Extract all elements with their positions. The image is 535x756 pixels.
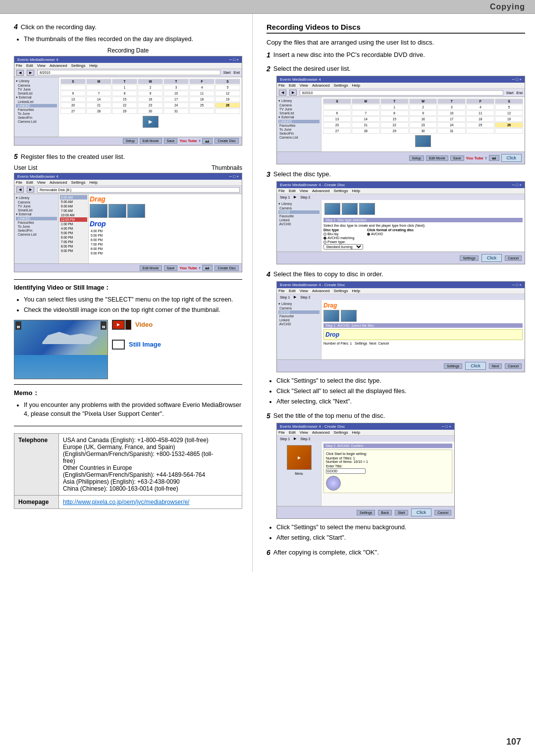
disc-step-1-label: Step 1 Disc type selection bbox=[323, 218, 523, 222]
step-5-number: 5 bbox=[14, 152, 18, 160]
step4-navigator: Step 1 ▶ Step 2 bbox=[277, 294, 525, 300]
drop-label-left: Drop bbox=[90, 220, 106, 228]
section-intro: Copy the files that are arranged using t… bbox=[267, 39, 525, 46]
step-4-bullet-1: The thumbnails of the files recorded on … bbox=[24, 35, 242, 44]
film-strip-right bbox=[125, 320, 131, 330]
step4-bullet-2: Click "Select all" to select all the dis… bbox=[276, 387, 525, 396]
ss-right-2: 4:00 AM 5:00 AM 6:00 AM 7:00 AM 10:00 AM… bbox=[59, 194, 242, 263]
step5-screenshot-container: Everio MediaBrowser 4 - Create Disc ─ □ … bbox=[276, 423, 525, 519]
identifying-bullets: You can select files using the "SELECT" … bbox=[24, 295, 242, 315]
still-icon bbox=[112, 340, 125, 350]
step-4-number: 4 bbox=[14, 23, 18, 31]
user-list-label: User List bbox=[14, 164, 37, 171]
right-step-1-number: 1 bbox=[267, 51, 270, 59]
ss2-footer: Setup Edit Movie Save You Tube f 📷 Click bbox=[277, 151, 525, 164]
disc-type-select[interactable]: Standard burning bbox=[323, 244, 363, 250]
right-step-3: 3 Select the disc type. Everio MediaBrow… bbox=[267, 170, 525, 264]
cal-thumb: ▶ bbox=[60, 116, 240, 128]
step-4-bullets: The thumbnails of the files recorded on … bbox=[24, 35, 242, 44]
right-step-2: 2 Select the desired user list. Everio M… bbox=[267, 65, 525, 164]
step5-bullet-2: After setting, click "Start". bbox=[276, 533, 525, 543]
drag-label-right: Drag bbox=[323, 302, 337, 309]
step-4-block: 4 Click on the recording day. The thumbn… bbox=[14, 23, 242, 146]
step4-title-bar: Everio MediaBrowser 4 - Create Disc ─ □ … bbox=[277, 282, 525, 288]
right-step-2-number: 2 bbox=[267, 65, 270, 73]
identifying-section: Identifying Video or Still Image： You ca… bbox=[14, 279, 242, 379]
video-label: Video bbox=[135, 321, 153, 328]
still-label: Still Image bbox=[129, 341, 161, 348]
player-type-col: Click format of creating disc AVCHD bbox=[367, 228, 414, 250]
cal-header: S M T W T F S 1 2 3 bbox=[60, 79, 240, 114]
step-4-text: Click on the recording day. bbox=[21, 23, 97, 32]
right-step-5: 5 Set the title of the top menu of the d… bbox=[267, 412, 525, 543]
step4-sidebar: ▾ Library Camera GOOD Favourite Linked A… bbox=[277, 300, 321, 359]
time-list: 4:00 AM 5:00 AM 6:00 AM 7:00 AM 10:00 AM… bbox=[59, 194, 89, 263]
step4-bullet-1: Click "Settings" to select the disc type… bbox=[276, 376, 525, 386]
step5-confirm-body: Click Start to begin writing: Number of … bbox=[323, 450, 452, 493]
ss2-right: S M T W T F S 12345 6789101112 1314151 bbox=[321, 97, 525, 151]
step4-sub-bullets: Click "Settings" to select the disc type… bbox=[276, 376, 525, 406]
step3-right: Step 1 Disc type selection Select the di… bbox=[321, 200, 525, 252]
step5-title-bar: Everio MediaBrowser 4 - Create Disc ─ □ … bbox=[277, 423, 454, 430]
right-step-4-text: Select the files to copy to disc in orde… bbox=[273, 270, 383, 278]
step5-click-button[interactable]: Click bbox=[411, 508, 432, 516]
right-step-4-number: 4 bbox=[267, 270, 270, 278]
step5-sidebar: ▶ Menu bbox=[277, 442, 321, 506]
step-5-header: 5 Register files to the created user lis… bbox=[14, 152, 242, 161]
sample-photo: ▮▮ ▮▮ bbox=[14, 320, 108, 379]
page-container: Copying 4 Click on the recording day. Th… bbox=[0, 0, 535, 756]
step-4-header: 4 Click on the recording day. bbox=[14, 23, 242, 32]
step3-sidebar: ▾ Library Camera GOOD Favourite Linked A… bbox=[277, 200, 321, 252]
step3-screenshot: Everio MediaBrowser 4 - Create Disc ─ □ … bbox=[276, 181, 525, 264]
recording-date-screenshot: Everio MediaBrowser 4 ─ □ × File Edit Vi… bbox=[14, 56, 242, 146]
step-5-col-labels: User List Thumbnails bbox=[14, 164, 242, 171]
step5-menu: File Edit View Advanced Settings Help bbox=[277, 430, 454, 436]
memo-bullet: If you encounter any problems with the p… bbox=[24, 401, 242, 419]
right-step-2-text: Select the desired user list. bbox=[273, 65, 351, 72]
ss-footer-2: Edit Movie Save You Tube f 📷 Create Disc bbox=[14, 263, 242, 272]
left-column: 4 Click on the recording day. The thumbn… bbox=[0, 14, 253, 572]
video-icon: ▶ bbox=[112, 320, 125, 330]
step3-footer: Settings Click Cancel bbox=[277, 252, 525, 264]
step2-click-button[interactable]: Click bbox=[501, 154, 522, 162]
step3-title-bar: Everio MediaBrowser 4 - Create Disc ─ □ … bbox=[277, 182, 525, 188]
ss2-thumb bbox=[415, 135, 431, 147]
identifying-title: Identifying Video or Still Image： bbox=[14, 284, 242, 292]
video-icon-group: ▶ Video bbox=[112, 320, 161, 330]
ss2-toolbar: ◀ ▶ 8/2010 Start End bbox=[277, 89, 525, 97]
ss-toolbar-1: ◀ ▶ 8/2010 Start End bbox=[14, 69, 242, 77]
icon-demo-area: ▮▮ ▮▮ ▶ bbox=[14, 320, 242, 379]
identifying-bullet-1: You can select files using the "SELECT" … bbox=[24, 295, 242, 304]
step-5-block: 5 Register files to the created user lis… bbox=[14, 152, 242, 272]
right-step-6-text: After copying is complete, click "OK". bbox=[273, 549, 379, 556]
page-title: Copying bbox=[490, 2, 525, 11]
drop-label-right: Drop bbox=[325, 331, 339, 338]
homepage-link[interactable]: http://www.pixela.co.jp/oem/jvc/mediabro… bbox=[63, 499, 189, 505]
ss2-title: Everio MediaBrowser 4 ─ □ × bbox=[277, 76, 525, 83]
page-header: Copying bbox=[0, 0, 535, 14]
homepage-row: Homepage http://www.pixela.co.jp/oem/jvc… bbox=[14, 496, 242, 509]
right-step-6: 6 After copying is complete, click "OK". bbox=[267, 549, 525, 556]
step4-right: Drag Step 1 AVCHD: Select the files bbox=[321, 300, 525, 359]
memo-section: Memo： If you encounter any problems with… bbox=[14, 384, 242, 427]
content-area: 4 Click on the recording day. The thumbn… bbox=[0, 14, 535, 572]
avchd-step-label: Step 1 AVCHD: Select the files bbox=[323, 323, 523, 328]
ss-title-bar-2: Everio MediaBrowser 4 ─ □ × bbox=[14, 173, 242, 180]
thumbnails-label: Thumbnails bbox=[212, 164, 242, 171]
ss-menu-1: File Edit View Advanced Settings Help bbox=[14, 63, 242, 69]
homepage-value: http://www.pixela.co.jp/oem/jvc/mediabro… bbox=[59, 496, 242, 509]
title-input[interactable] bbox=[326, 468, 366, 474]
step5-screenshot: Everio MediaBrowser 4 - Create Disc ─ □ … bbox=[276, 423, 455, 519]
right-step-1-text: Insert a new disc into the PC's recordab… bbox=[273, 51, 425, 58]
right-step-3-number: 3 bbox=[267, 170, 270, 178]
right-step-5-text: Set the title of the top menu of the dis… bbox=[273, 412, 385, 419]
thumb-area-2: Drag Drop bbox=[89, 194, 242, 263]
memo-title: Memo： bbox=[14, 389, 242, 398]
ss-sidebar-2: ▾ Library Camera TV June SmartList ▾ Ext… bbox=[14, 194, 59, 263]
step2-screenshot-container: Everio MediaBrowser 4 ─ □ × File Edit Vi… bbox=[276, 76, 525, 164]
telephone-row: Telephone USA and Canada (English): +1-8… bbox=[14, 434, 242, 496]
step4-click-button[interactable]: Click bbox=[465, 362, 486, 370]
step3-click-button[interactable]: Click bbox=[482, 254, 502, 262]
still-icon-group: Still Image bbox=[112, 340, 161, 350]
step5-step-label: Step 2 AVCHD: Confirm bbox=[323, 444, 452, 448]
